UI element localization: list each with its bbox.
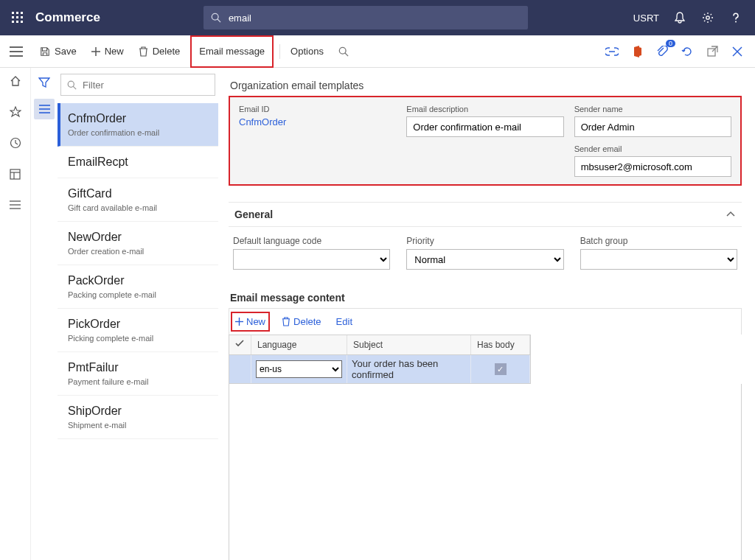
sender-email-label: Sender email [574, 144, 731, 153]
list-item-subtitle: Picking complete e-mail [68, 334, 211, 343]
batch-group-select[interactable] [580, 249, 737, 270]
svg-rect-5 [21, 16, 23, 18]
svg-rect-4 [16, 16, 18, 18]
list-item-subtitle: Gift card available e-mail [68, 203, 211, 212]
list-item-title: ShipOrder [68, 405, 211, 418]
col-subject[interactable]: Subject [347, 335, 471, 354]
sender-name-input[interactable] [574, 116, 731, 137]
list-item[interactable]: PackOrderPacking complete e-mail [58, 265, 218, 309]
hamburger-icon[interactable] [0, 35, 32, 68]
list-item-title: PmtFailur [68, 361, 211, 374]
list-item[interactable]: ShipOrderShipment e-mail [58, 396, 218, 439]
product-title: Commerce [35, 10, 100, 25]
bell-icon[interactable] [672, 10, 687, 25]
list-item[interactable]: NewOrderOrder creation e-mail [58, 222, 218, 265]
svg-rect-6 [12, 21, 14, 23]
svg-line-34 [73, 86, 76, 89]
svg-rect-7 [16, 21, 18, 23]
search-icon [67, 80, 77, 90]
email-desc-label: Email description [406, 105, 563, 113]
general-section-header[interactable]: General [229, 202, 742, 227]
nav-rail [0, 68, 31, 560]
new-label: New [105, 46, 124, 57]
gear-icon[interactable] [700, 10, 715, 25]
plus-icon [235, 318, 243, 326]
filter-input[interactable] [81, 79, 209, 91]
svg-rect-3 [12, 16, 14, 18]
col-check[interactable] [229, 335, 251, 354]
row-language-select[interactable]: en-us [256, 360, 342, 378]
close-icon[interactable] [730, 44, 745, 59]
favorites-icon[interactable] [8, 105, 23, 119]
list-item-subtitle: Shipment e-mail [68, 421, 211, 430]
options-label: Options [290, 46, 324, 57]
list-item-title: GiftCard [68, 187, 211, 200]
page-title: Organization email templates [230, 80, 742, 91]
funnel-icon[interactable] [34, 72, 55, 93]
svg-rect-2 [21, 12, 23, 14]
col-has-body[interactable]: Has body [471, 335, 530, 354]
list-item[interactable]: CnfmOrderOrder confirmation e-mail [58, 103, 218, 147]
new-button[interactable]: New [84, 35, 131, 68]
content-edit-label: Edit [336, 316, 352, 327]
sender-name-label: Sender name [574, 105, 731, 113]
general-title: General [234, 209, 273, 220]
priority-select[interactable]: Normal [406, 249, 563, 270]
modules-icon[interactable] [8, 197, 23, 212]
office-icon[interactable] [630, 44, 644, 59]
recent-icon[interactable] [8, 136, 23, 150]
list-item[interactable]: PickOrderPicking complete e-mail [58, 309, 218, 352]
search-page-button[interactable] [331, 35, 356, 68]
global-search-input[interactable] [227, 12, 521, 24]
delete-button[interactable]: Delete [131, 35, 188, 68]
col-language[interactable]: Language [251, 335, 347, 354]
list-item-subtitle: Order creation e-mail [68, 247, 211, 256]
list-item-title: PickOrder [68, 318, 211, 331]
chevron-up-icon [726, 211, 736, 218]
default-lang-label: Default language code [233, 236, 390, 246]
save-button[interactable]: Save [32, 35, 84, 68]
options-button[interactable]: Options [283, 35, 331, 68]
content-grid: Language Subject Has body en-us Your ord… [229, 335, 531, 384]
filter-rail [31, 68, 58, 560]
command-bar: Save New Delete Email message Options 0 [0, 35, 755, 68]
workspaces-icon[interactable] [8, 167, 23, 181]
email-message-button[interactable]: Email message [190, 35, 274, 68]
table-row[interactable]: en-us Your order has been confirmed ✓ [229, 355, 530, 383]
grid-empty-area [229, 384, 742, 560]
global-search[interactable] [203, 6, 528, 29]
email-id-label: Email ID [239, 105, 396, 113]
user-label[interactable]: USRT [633, 13, 659, 24]
list-item[interactable]: PmtFailurPayment failure e-mail [58, 352, 218, 396]
svg-line-19 [345, 52, 348, 55]
list-item[interactable]: GiftCardGift card available e-mail [58, 178, 218, 222]
filter-box[interactable] [60, 74, 215, 96]
content-new-label: New [246, 316, 265, 327]
content-toolbar: New Delete Edit [229, 308, 742, 335]
sender-email-input[interactable] [574, 156, 731, 177]
row-check[interactable] [229, 355, 251, 383]
email-desc-input[interactable] [406, 116, 563, 137]
link-icon[interactable] [605, 44, 619, 59]
refresh-icon[interactable] [680, 44, 695, 59]
email-id-value[interactable]: CnfmOrder [239, 116, 396, 127]
search-icon [211, 13, 221, 23]
attachments-icon[interactable]: 0 [655, 44, 669, 59]
content-edit-button[interactable]: Edit [333, 313, 355, 330]
row-subject: Your order has been confirmed [347, 355, 471, 383]
help-icon[interactable] [728, 10, 743, 25]
save-label: Save [55, 46, 77, 57]
batch-group-label: Batch group [580, 236, 737, 246]
home-icon[interactable] [8, 74, 23, 88]
list-item[interactable]: EmailRecpt [58, 147, 218, 178]
trash-icon [282, 317, 290, 326]
popout-icon[interactable] [705, 44, 720, 59]
content-delete-button[interactable]: Delete [279, 313, 324, 330]
apps-launcher-icon[interactable] [6, 6, 29, 29]
content-new-button[interactable]: New [231, 312, 270, 332]
save-icon [40, 46, 50, 57]
default-lang-select[interactable] [233, 249, 390, 270]
search-icon [338, 46, 349, 57]
list-item-subtitle: Packing complete e-mail [68, 290, 211, 299]
list-view-icon[interactable] [34, 99, 55, 119]
